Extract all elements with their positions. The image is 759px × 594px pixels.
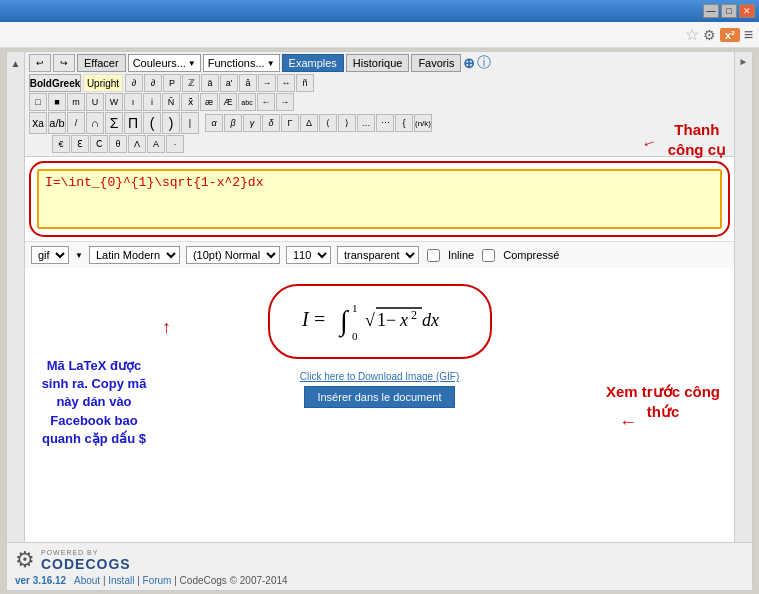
sym-P[interactable]: P (163, 74, 181, 92)
compresse-label: Compressé (503, 249, 559, 261)
sym-arrow-left-right[interactable]: ↔ (277, 74, 295, 92)
size-select[interactable]: (10pt) Normal (186, 246, 280, 264)
sym-rangle[interactable]: ⟩ (338, 114, 356, 132)
sym-rp[interactable]: ) (162, 112, 180, 134)
sym-Delta[interactable]: Δ (300, 114, 318, 132)
sym-del[interactable]: ∂ (144, 74, 162, 92)
undo-button[interactable]: ↩ (29, 54, 51, 72)
bg-select[interactable]: transparent (337, 246, 419, 264)
sym-euro[interactable]: € (52, 135, 70, 153)
forum-link[interactable]: Forum (143, 575, 172, 586)
sym-back[interactable]: ← (257, 93, 275, 111)
examples-btn[interactable]: Examples (282, 54, 344, 72)
sym-Gamma[interactable]: Γ (281, 114, 299, 132)
sym-m[interactable]: m (67, 93, 85, 111)
sym-Z[interactable]: ℤ (182, 74, 200, 92)
insert-button[interactable]: Insérer dans le document (304, 386, 454, 408)
compresse-checkbox[interactable] (482, 249, 495, 262)
sym-a-acute[interactable]: ä (201, 74, 219, 92)
right-strip: ► (734, 52, 752, 590)
upright-button[interactable]: Upright (83, 74, 123, 92)
install-link[interactable]: Install (108, 575, 134, 586)
sym-C[interactable]: Ϲ (90, 135, 108, 153)
sym-delta[interactable]: δ (262, 114, 280, 132)
sym-Lambda[interactable]: Λ (128, 135, 146, 153)
sym-x-bar[interactable]: x̄ (181, 93, 199, 111)
sym-lp[interactable]: ( (143, 112, 161, 134)
inline-checkbox[interactable] (427, 249, 440, 262)
maximize-button[interactable]: □ (721, 4, 737, 18)
sym-dot-dot[interactable]: · (166, 135, 184, 153)
left-arrow-top[interactable]: ▲ (11, 58, 21, 69)
right-arrow[interactable]: ► (739, 56, 749, 67)
close-button[interactable]: ✕ (739, 4, 755, 18)
sym-dots2[interactable]: ⋯ (376, 114, 394, 132)
info-icon[interactable]: ⓘ (477, 54, 491, 72)
sym-a-dbl[interactable]: a' (220, 74, 238, 92)
about-link[interactable]: About (74, 575, 100, 586)
functions-dropdown[interactable]: Functions... ▼ (203, 54, 280, 72)
left-strip: ▲ ▼ (7, 52, 25, 590)
sym-W[interactable]: W (105, 93, 123, 111)
sym-theta[interactable]: θ (109, 135, 127, 153)
sym-xpow[interactable]: xa (29, 112, 47, 134)
sym-AE[interactable]: Æ (219, 93, 237, 111)
sym-n[interactable]: ñ (296, 74, 314, 92)
sym-partial[interactable]: ∂ (125, 74, 143, 92)
latex-input[interactable] (45, 175, 714, 190)
svg-text:=: = (314, 308, 325, 330)
bold-greek-button[interactable]: BoldGreek (29, 74, 81, 92)
sym-ae[interactable]: æ (200, 93, 218, 111)
sym-frac[interactable]: a/b (48, 112, 66, 134)
sym-N[interactable]: Ñ (162, 93, 180, 111)
svg-text:I: I (301, 308, 310, 330)
efface-button[interactable]: Effacer (77, 54, 126, 72)
minimize-button[interactable]: — (703, 4, 719, 18)
settings-dropdown-arrow[interactable]: ▼ (75, 251, 83, 260)
footer-logo: ⚙ powered by CODECOGS (15, 547, 744, 573)
sym-nbinom[interactable]: (n/k) (414, 114, 432, 132)
gear-icon[interactable]: ⚙ (703, 27, 716, 43)
svg-text:dx: dx (422, 310, 439, 330)
sym-prod[interactable]: Π (124, 112, 142, 134)
sym-i[interactable]: i (143, 93, 161, 111)
favoris-button[interactable]: Favoris (411, 54, 461, 72)
sym-cap[interactable]: ∩ (86, 112, 104, 134)
sym-vert[interactable]: | (181, 112, 199, 134)
sym-E[interactable]: Ɛ (71, 135, 89, 153)
browser-toolbar: ☆ ⚙ x² ≡ (0, 22, 759, 48)
sym-slash[interactable]: / (67, 112, 85, 134)
sym-arrow-right[interactable]: → (258, 74, 276, 92)
sym-box1[interactable]: □ (29, 93, 47, 111)
menu-icon[interactable]: ≡ (744, 26, 753, 44)
couleurs-dropdown[interactable]: Couleurs... ▼ (128, 54, 201, 72)
sym-dot-i[interactable]: ı (124, 93, 142, 111)
x2-button[interactable]: x² (720, 28, 740, 42)
sym-alpha[interactable]: α (205, 114, 223, 132)
annotation-xem-truoc: Xem trước côngthức (606, 382, 720, 421)
sym-box2[interactable]: ■ (48, 93, 66, 111)
window-controls[interactable]: — □ ✕ (703, 4, 755, 18)
font-select[interactable]: Latin Modern (89, 246, 180, 264)
plus-icon[interactable]: ⊕ (463, 55, 475, 71)
sym-beta[interactable]: β (224, 114, 242, 132)
sym-abc[interactable]: abc (238, 93, 256, 111)
latex-input-container[interactable] (37, 169, 722, 229)
sym-langle[interactable]: ⟨ (319, 114, 337, 132)
sym-fwd[interactable]: → (276, 93, 294, 111)
sym-gamma[interactable]: γ (243, 114, 261, 132)
version-badge: ver 3.16.12 (15, 575, 66, 586)
redo-button[interactable]: ↪ (53, 54, 75, 72)
dpi-select[interactable]: 110 (286, 246, 331, 264)
sym-U[interactable]: U (86, 93, 104, 111)
sym-sum[interactable]: Σ (105, 112, 123, 134)
annotation-thanh-cong-cu: Thanhcông cụ (668, 120, 726, 159)
format-select[interactable]: gif (31, 246, 69, 264)
sym-A[interactable]: A (147, 135, 165, 153)
sym-dots[interactable]: … (357, 114, 375, 132)
download-link[interactable]: Click here to Download Image (GIF) (300, 371, 460, 382)
historique-button[interactable]: Historique (346, 54, 410, 72)
star-icon[interactable]: ☆ (685, 25, 699, 44)
sym-a-hat[interactable]: â (239, 74, 257, 92)
sym-brace[interactable]: { (395, 114, 413, 132)
